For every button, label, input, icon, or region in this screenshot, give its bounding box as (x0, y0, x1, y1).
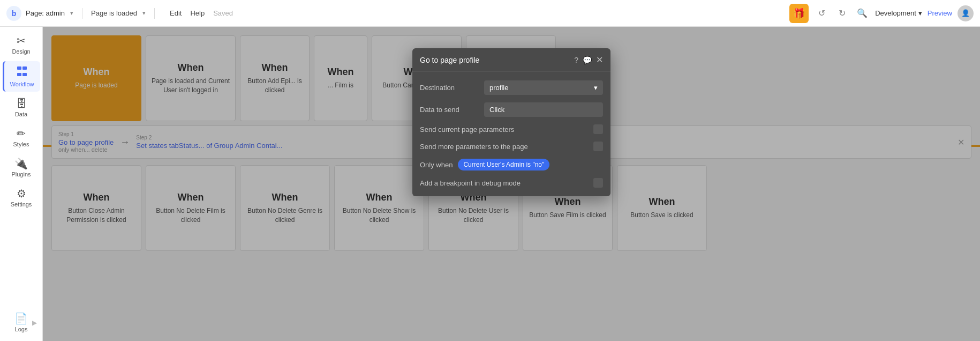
send-params-label: Send current page parameters (420, 125, 514, 134)
sidebar-label-settings: Settings (11, 201, 32, 207)
send-more-row: Send more parameters to the page (420, 142, 603, 151)
settings-icon: ⚙ (17, 188, 26, 199)
topbar-divider2 (154, 8, 155, 19)
app-logo: b (6, 6, 21, 21)
svg-rect-0 (17, 66, 21, 70)
sidebar-label-workflow: Workflow (10, 81, 34, 87)
data-send-label: Data to send (420, 106, 479, 114)
redo-button[interactable]: ↻ (834, 6, 849, 21)
topbar-divider1 (82, 8, 82, 19)
sidebar-item-data[interactable]: 🗄 Data (3, 94, 40, 122)
sidebar-item-settings[interactable]: ⚙ Settings (3, 184, 40, 212)
page-dropdown-arrow[interactable]: ▾ (70, 10, 73, 17)
sidebar-item-styles[interactable]: ✏ Styles (3, 124, 40, 152)
help-button[interactable]: Help (190, 9, 205, 17)
saved-label: Saved (213, 9, 233, 17)
modal-overlay: Go to page profile ? 💬 ✕ Destination pro… (43, 27, 980, 341)
svg-rect-1 (22, 66, 27, 70)
modal-go-to-page: Go to page profile ? 💬 ✕ Destination pro… (412, 48, 610, 196)
gift-button[interactable]: 🎁 (789, 4, 809, 23)
sidebar-label-design: Design (12, 48, 30, 55)
topbar-actions: Edit Help Saved (170, 9, 233, 17)
sidebar-expand-arrow[interactable]: ▶ (32, 319, 37, 327)
sidebar: ✂ Design Workflow 🗄 Data ✏ Styles 🔌 Plug… (0, 27, 43, 341)
plugins-icon: 🔌 (14, 158, 28, 169)
destination-dropdown-arrow: ▾ (594, 84, 598, 92)
modal-body: Destination profile ▾ Data to send Send … (412, 72, 610, 196)
search-button[interactable]: 🔍 (855, 6, 870, 21)
modal-chat-button[interactable]: 💬 (583, 56, 592, 64)
send-params-row: Send current page parameters (420, 124, 603, 134)
breakpoint-checkbox[interactable] (593, 178, 603, 188)
send-more-label: Send more parameters to the page (420, 143, 528, 151)
destination-value: profile (489, 84, 508, 92)
modal-title: Go to page profile (420, 56, 570, 64)
user-avatar[interactable]: 👤 (958, 5, 974, 21)
svg-rect-3 (22, 73, 27, 76)
page-loaded-label: Page is loaded (91, 9, 137, 17)
styles-icon: ✏ (17, 128, 26, 139)
send-params-checkbox[interactable] (593, 124, 603, 134)
topbar: b Page: admin ▾ Page is loaded ▾ Edit He… (0, 0, 980, 27)
add-breakpoint-row: Add a breakpoint in debug mode (420, 178, 603, 188)
main-layout: ✂ Design Workflow 🗄 Data ✏ Styles 🔌 Plug… (0, 27, 980, 341)
logs-icon: 📄 (14, 313, 28, 324)
development-dropdown[interactable]: Development ▾ (875, 9, 922, 17)
modal-data-send-row: Data to send (420, 102, 603, 117)
preview-button[interactable]: Preview (928, 9, 952, 17)
workflow-icon (16, 65, 28, 79)
sidebar-label-plugins: Plugins (11, 171, 31, 177)
sidebar-item-workflow[interactable]: Workflow (3, 61, 40, 92)
sidebar-item-logs[interactable]: 📄 Logs ▶ (3, 309, 40, 337)
data-icon: 🗄 (16, 98, 27, 109)
sidebar-item-plugins[interactable]: 🔌 Plugins (3, 154, 40, 182)
design-icon: ✂ (17, 35, 26, 46)
sidebar-label-logs: Logs (15, 326, 28, 332)
destination-select[interactable]: profile ▾ (484, 80, 603, 95)
content-area: When Page is loaded When Page is loaded … (43, 27, 980, 341)
modal-header: Go to page profile ? 💬 ✕ (412, 48, 610, 72)
only-when-value[interactable]: Current User's Admin is "no" (458, 159, 549, 171)
data-send-input[interactable] (484, 102, 603, 117)
modal-close-button[interactable]: ✕ (596, 55, 603, 65)
destination-label: Destination (420, 84, 479, 92)
add-breakpoint-label: Add a breakpoint in debug mode (420, 179, 521, 187)
edit-button[interactable]: Edit (170, 9, 182, 17)
page-label: Page: admin (26, 9, 65, 17)
modal-destination-row: Destination profile ▾ (420, 80, 603, 95)
sidebar-label-styles: Styles (13, 141, 29, 147)
only-when-label: Only when (420, 161, 453, 169)
modal-header-icons: ? 💬 ✕ (574, 55, 603, 65)
send-more-checkbox[interactable] (593, 142, 603, 151)
sidebar-label-data: Data (15, 111, 27, 117)
page-loaded-dropdown-arrow[interactable]: ▾ (142, 10, 146, 17)
only-when-row: Only when Current User's Admin is "no" (420, 159, 603, 171)
modal-help-button[interactable]: ? (574, 56, 578, 64)
undo-button[interactable]: ↺ (814, 6, 829, 21)
sidebar-item-design[interactable]: ✂ Design (3, 31, 40, 59)
topbar-right: 🎁 ↺ ↻ 🔍 Development ▾ Preview 👤 (789, 4, 974, 23)
svg-rect-2 (17, 73, 21, 76)
